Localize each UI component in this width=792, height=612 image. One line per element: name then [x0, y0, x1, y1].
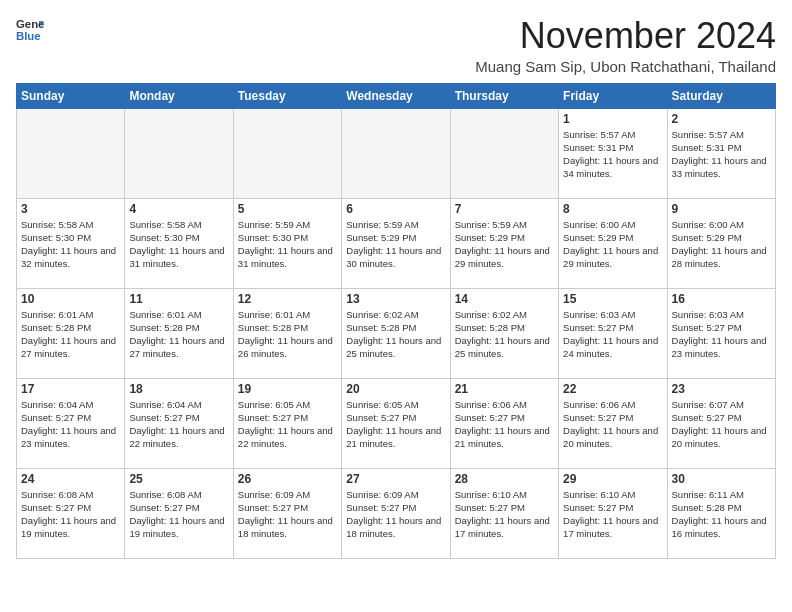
day-number: 23 [672, 382, 771, 396]
calendar-week-row: 1Sunrise: 5:57 AMSunset: 5:31 PMDaylight… [17, 108, 776, 198]
day-number: 9 [672, 202, 771, 216]
calendar-cell: 7Sunrise: 5:59 AMSunset: 5:29 PMDaylight… [450, 198, 558, 288]
header-row: SundayMondayTuesdayWednesdayThursdayFrid… [17, 83, 776, 108]
day-number: 20 [346, 382, 445, 396]
day-number: 3 [21, 202, 120, 216]
calendar-cell: 2Sunrise: 5:57 AMSunset: 5:31 PMDaylight… [667, 108, 775, 198]
day-number: 10 [21, 292, 120, 306]
weekday-header: Saturday [667, 83, 775, 108]
calendar-cell: 16Sunrise: 6:03 AMSunset: 5:27 PMDayligh… [667, 288, 775, 378]
day-info: Sunrise: 5:58 AMSunset: 5:30 PMDaylight:… [129, 218, 228, 271]
day-info: Sunrise: 6:00 AMSunset: 5:29 PMDaylight:… [563, 218, 662, 271]
day-info: Sunrise: 6:01 AMSunset: 5:28 PMDaylight:… [129, 308, 228, 361]
day-info: Sunrise: 5:57 AMSunset: 5:31 PMDaylight:… [563, 128, 662, 181]
calendar-week-row: 17Sunrise: 6:04 AMSunset: 5:27 PMDayligh… [17, 378, 776, 468]
day-info: Sunrise: 6:09 AMSunset: 5:27 PMDaylight:… [238, 488, 337, 541]
svg-text:Blue: Blue [16, 30, 41, 42]
svg-text:General: General [16, 18, 44, 30]
calendar-cell: 23Sunrise: 6:07 AMSunset: 5:27 PMDayligh… [667, 378, 775, 468]
day-info: Sunrise: 6:01 AMSunset: 5:28 PMDaylight:… [21, 308, 120, 361]
day-info: Sunrise: 6:10 AMSunset: 5:27 PMDaylight:… [563, 488, 662, 541]
day-number: 2 [672, 112, 771, 126]
calendar-cell: 25Sunrise: 6:08 AMSunset: 5:27 PMDayligh… [125, 468, 233, 558]
day-info: Sunrise: 6:08 AMSunset: 5:27 PMDaylight:… [129, 488, 228, 541]
day-number: 16 [672, 292, 771, 306]
day-info: Sunrise: 5:59 AMSunset: 5:30 PMDaylight:… [238, 218, 337, 271]
day-info: Sunrise: 6:03 AMSunset: 5:27 PMDaylight:… [672, 308, 771, 361]
day-number: 7 [455, 202, 554, 216]
day-info: Sunrise: 6:02 AMSunset: 5:28 PMDaylight:… [455, 308, 554, 361]
day-number: 12 [238, 292, 337, 306]
calendar-cell [125, 108, 233, 198]
day-info: Sunrise: 5:57 AMSunset: 5:31 PMDaylight:… [672, 128, 771, 181]
calendar-cell: 29Sunrise: 6:10 AMSunset: 5:27 PMDayligh… [559, 468, 667, 558]
day-number: 21 [455, 382, 554, 396]
calendar-cell: 15Sunrise: 6:03 AMSunset: 5:27 PMDayligh… [559, 288, 667, 378]
day-number: 19 [238, 382, 337, 396]
day-info: Sunrise: 6:04 AMSunset: 5:27 PMDaylight:… [129, 398, 228, 451]
calendar-cell: 11Sunrise: 6:01 AMSunset: 5:28 PMDayligh… [125, 288, 233, 378]
calendar-cell: 28Sunrise: 6:10 AMSunset: 5:27 PMDayligh… [450, 468, 558, 558]
day-info: Sunrise: 6:01 AMSunset: 5:28 PMDaylight:… [238, 308, 337, 361]
day-info: Sunrise: 5:58 AMSunset: 5:30 PMDaylight:… [21, 218, 120, 271]
calendar-cell [450, 108, 558, 198]
day-number: 11 [129, 292, 228, 306]
day-info: Sunrise: 6:07 AMSunset: 5:27 PMDaylight:… [672, 398, 771, 451]
day-number: 8 [563, 202, 662, 216]
day-number: 18 [129, 382, 228, 396]
day-number: 15 [563, 292, 662, 306]
logo-icon: General Blue [16, 16, 44, 44]
day-number: 27 [346, 472, 445, 486]
calendar-cell: 10Sunrise: 6:01 AMSunset: 5:28 PMDayligh… [17, 288, 125, 378]
calendar-cell [342, 108, 450, 198]
location: Muang Sam Sip, Ubon Ratchathani, Thailan… [475, 58, 776, 75]
calendar-cell: 18Sunrise: 6:04 AMSunset: 5:27 PMDayligh… [125, 378, 233, 468]
logo: General Blue [16, 16, 44, 44]
day-number: 22 [563, 382, 662, 396]
day-info: Sunrise: 6:10 AMSunset: 5:27 PMDaylight:… [455, 488, 554, 541]
day-number: 6 [346, 202, 445, 216]
day-number: 14 [455, 292, 554, 306]
day-number: 24 [21, 472, 120, 486]
calendar-cell [17, 108, 125, 198]
day-info: Sunrise: 5:59 AMSunset: 5:29 PMDaylight:… [346, 218, 445, 271]
calendar-week-row: 24Sunrise: 6:08 AMSunset: 5:27 PMDayligh… [17, 468, 776, 558]
calendar-cell: 12Sunrise: 6:01 AMSunset: 5:28 PMDayligh… [233, 288, 341, 378]
day-info: Sunrise: 6:06 AMSunset: 5:27 PMDaylight:… [563, 398, 662, 451]
day-number: 13 [346, 292, 445, 306]
day-info: Sunrise: 6:05 AMSunset: 5:27 PMDaylight:… [346, 398, 445, 451]
month-title: November 2024 [475, 16, 776, 56]
weekday-header: Tuesday [233, 83, 341, 108]
calendar-week-row: 3Sunrise: 5:58 AMSunset: 5:30 PMDaylight… [17, 198, 776, 288]
calendar-cell: 13Sunrise: 6:02 AMSunset: 5:28 PMDayligh… [342, 288, 450, 378]
calendar-cell: 21Sunrise: 6:06 AMSunset: 5:27 PMDayligh… [450, 378, 558, 468]
calendar-cell: 17Sunrise: 6:04 AMSunset: 5:27 PMDayligh… [17, 378, 125, 468]
calendar-cell: 1Sunrise: 5:57 AMSunset: 5:31 PMDaylight… [559, 108, 667, 198]
calendar-cell: 20Sunrise: 6:05 AMSunset: 5:27 PMDayligh… [342, 378, 450, 468]
calendar-cell: 6Sunrise: 5:59 AMSunset: 5:29 PMDaylight… [342, 198, 450, 288]
calendar-cell: 8Sunrise: 6:00 AMSunset: 5:29 PMDaylight… [559, 198, 667, 288]
calendar-cell: 14Sunrise: 6:02 AMSunset: 5:28 PMDayligh… [450, 288, 558, 378]
day-number: 26 [238, 472, 337, 486]
calendar-cell: 26Sunrise: 6:09 AMSunset: 5:27 PMDayligh… [233, 468, 341, 558]
calendar-table: SundayMondayTuesdayWednesdayThursdayFrid… [16, 83, 776, 559]
weekday-header: Monday [125, 83, 233, 108]
day-info: Sunrise: 6:09 AMSunset: 5:27 PMDaylight:… [346, 488, 445, 541]
calendar-cell: 22Sunrise: 6:06 AMSunset: 5:27 PMDayligh… [559, 378, 667, 468]
day-number: 1 [563, 112, 662, 126]
calendar-cell: 30Sunrise: 6:11 AMSunset: 5:28 PMDayligh… [667, 468, 775, 558]
day-number: 5 [238, 202, 337, 216]
day-info: Sunrise: 6:11 AMSunset: 5:28 PMDaylight:… [672, 488, 771, 541]
day-number: 29 [563, 472, 662, 486]
day-info: Sunrise: 6:03 AMSunset: 5:27 PMDaylight:… [563, 308, 662, 361]
calendar-cell: 9Sunrise: 6:00 AMSunset: 5:29 PMDaylight… [667, 198, 775, 288]
day-info: Sunrise: 6:05 AMSunset: 5:27 PMDaylight:… [238, 398, 337, 451]
calendar-cell [233, 108, 341, 198]
day-info: Sunrise: 6:08 AMSunset: 5:27 PMDaylight:… [21, 488, 120, 541]
day-info: Sunrise: 5:59 AMSunset: 5:29 PMDaylight:… [455, 218, 554, 271]
day-number: 17 [21, 382, 120, 396]
day-number: 4 [129, 202, 228, 216]
day-info: Sunrise: 6:02 AMSunset: 5:28 PMDaylight:… [346, 308, 445, 361]
calendar-cell: 19Sunrise: 6:05 AMSunset: 5:27 PMDayligh… [233, 378, 341, 468]
calendar-cell: 4Sunrise: 5:58 AMSunset: 5:30 PMDaylight… [125, 198, 233, 288]
